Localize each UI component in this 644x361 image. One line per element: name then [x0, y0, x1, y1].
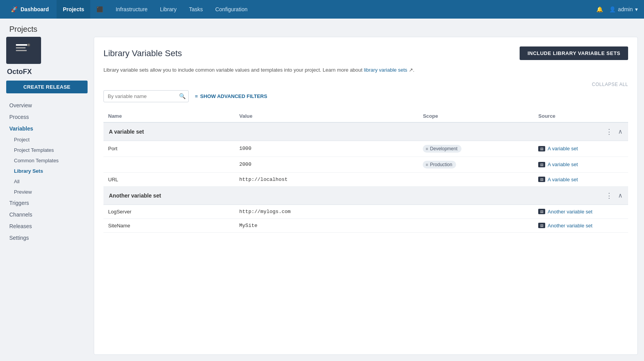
search-icon: 🔍: [179, 93, 186, 99]
nav-item-tasks[interactable]: Tasks: [183, 0, 209, 19]
sidebar-item-project-templates[interactable]: Project Templates: [6, 145, 88, 155]
var-name-empty: [103, 156, 235, 172]
source-cell-2: ▤ A variable set: [538, 162, 623, 167]
var-name-sitename: SiteName: [103, 218, 235, 232]
group-menu-button-b[interactable]: ⋮: [603, 191, 615, 201]
group-collapse-button-a[interactable]: ∧: [618, 128, 623, 135]
nav-item-icon[interactable]: ⬛: [90, 0, 109, 19]
nav-item-projects[interactable]: Projects: [57, 0, 90, 19]
var-name-port: Port: [103, 141, 235, 156]
user-dropdown-icon: ▾: [635, 6, 638, 12]
table-row: SiteName MySite ▤ Another variable set: [103, 218, 628, 232]
include-library-variable-sets-button[interactable]: INCLUDE LIBRARY VARIABLE SETS: [520, 46, 628, 60]
collapse-all-button[interactable]: COLLAPSE ALL: [592, 82, 628, 87]
col-header-value: Value: [235, 110, 418, 122]
group-row-inner: A variable set ⋮ ∧: [109, 127, 623, 137]
section-title: Library Variable Sets: [103, 48, 182, 58]
col-header-scope: Scope: [418, 110, 534, 122]
var-scope-url: [418, 172, 534, 186]
var-source-b-2: ▤ Another variable set: [534, 218, 628, 232]
sidebar-item-all[interactable]: All: [6, 176, 88, 187]
filter-row: 🔍 ≡ SHOW ADVANCED FILTERS: [103, 90, 628, 102]
var-value-sitename: MySite: [235, 218, 418, 232]
bell-icon: 🔔: [596, 6, 603, 12]
table-row: 2000 ≡ Production ▤: [103, 156, 628, 172]
var-source-b-1: ▤ Another variable set: [534, 205, 628, 218]
sidebar-item-triggers[interactable]: Triggers: [6, 197, 88, 209]
scope-icon-2: ≡: [425, 162, 428, 167]
main-panel: Library Variable Sets INCLUDE LIBRARY VA…: [94, 37, 638, 355]
sidebar-item-releases[interactable]: Releases: [6, 220, 88, 232]
page-wrapper: Projects OctoFX CREATE RELE: [0, 19, 644, 361]
source-cell: ▤ A variable set: [538, 146, 623, 151]
filter-icon: ≡: [195, 93, 198, 99]
library-variable-sets-link[interactable]: library variable sets: [364, 67, 407, 73]
description-text: Library variable sets allow you to inclu…: [103, 66, 628, 74]
sidebar-item-variables[interactable]: Variables: [6, 123, 88, 134]
sidebar: OctoFX CREATE RELEASE Overview Process V…: [6, 37, 88, 355]
sidebar-item-process[interactable]: Process: [6, 111, 88, 123]
var-scope-production: ≡ Production: [418, 156, 534, 172]
sidebar-item-common-templates[interactable]: Common Templates: [6, 155, 88, 166]
sidebar-item-project[interactable]: Project: [6, 134, 88, 145]
group-row-a-variable-set: A variable set ⋮ ∧: [103, 122, 628, 141]
scope-icon: ≡: [425, 146, 428, 151]
source-link-a-variable-set-3[interactable]: A variable set: [548, 177, 578, 182]
sidebar-item-library-sets[interactable]: Library Sets: [6, 166, 88, 176]
var-name-url: URL: [103, 172, 235, 186]
col-header-name: Name: [103, 110, 235, 122]
user-avatar-icon: 👤: [609, 6, 616, 12]
source-icon-4: ▤: [538, 209, 545, 214]
sidebar-item-preview[interactable]: Preview: [6, 187, 88, 197]
search-icon-button[interactable]: 🔍: [179, 93, 186, 99]
search-wrapper: 🔍: [103, 90, 189, 102]
group-menu-button-a[interactable]: ⋮: [603, 127, 615, 137]
var-scope-development: ≡ Development: [418, 141, 534, 156]
source-link-another-variable-set-1[interactable]: Another variable set: [548, 209, 592, 215]
content-area: OctoFX CREATE RELEASE Overview Process V…: [0, 37, 644, 361]
svg-rect-1: [16, 44, 28, 46]
nav-item-infrastructure[interactable]: Infrastructure: [109, 0, 153, 19]
source-link-a-variable-set-1[interactable]: A variable set: [548, 146, 578, 151]
nav-brand[interactable]: 🚀 Dashboard: [6, 6, 53, 12]
var-name-logserver: LogServer: [103, 205, 235, 218]
svg-rect-0: [14, 41, 33, 57]
variables-table: Name Value Scope Source A variable set: [103, 110, 628, 233]
brand-icon: 🚀: [11, 6, 17, 12]
var-value-logserver: http://mylogs.com: [235, 205, 418, 218]
var-value-1000: 1000: [235, 141, 418, 156]
page-title: Projects: [0, 19, 644, 37]
sidebar-item-overview[interactable]: Overview: [6, 100, 88, 111]
source-link-a-variable-set-2[interactable]: A variable set: [548, 162, 578, 167]
svg-rect-3: [16, 50, 27, 51]
var-value-url: http://localhost: [235, 172, 418, 186]
project-name: OctoFX: [6, 68, 88, 76]
sidebar-item-channels[interactable]: Channels: [6, 209, 88, 220]
source-icon: ▤: [538, 146, 545, 151]
source-cell-4: ▤ Another variable set: [538, 209, 623, 215]
notification-bell[interactable]: 🔔: [596, 6, 603, 12]
brand-label: Dashboard: [21, 6, 49, 12]
var-value-2000: 2000: [235, 156, 418, 172]
source-link-another-variable-set-2[interactable]: Another variable set: [548, 223, 592, 229]
top-navigation: 🚀 Dashboard Projects ⬛ Infrastructure Li…: [0, 0, 644, 19]
var-source-a-2: ▤ A variable set: [534, 156, 628, 172]
advanced-filters-button[interactable]: ≡ SHOW ADVANCED FILTERS: [195, 93, 267, 99]
user-menu[interactable]: 👤 admin ▾: [609, 6, 638, 12]
source-icon-5: ▤: [538, 223, 545, 228]
source-icon-2: ▤: [538, 162, 545, 167]
group-actions: ⋮ ∧: [603, 127, 623, 137]
username-label: admin: [618, 6, 633, 12]
source-cell-5: ▤ Another variable set: [538, 223, 623, 229]
sidebar-navigation: Overview Process Variables Project Proje…: [6, 100, 88, 244]
create-release-button[interactable]: CREATE RELEASE: [6, 81, 88, 93]
group-collapse-button-b[interactable]: ∧: [618, 192, 623, 199]
nav-right: 🔔 👤 admin ▾: [596, 6, 638, 12]
var-scope-logserver: [418, 205, 534, 218]
group-name-another-variable-set: Another variable set: [109, 193, 161, 199]
nav-item-library[interactable]: Library: [154, 0, 183, 19]
search-input[interactable]: [103, 90, 189, 102]
nav-item-configuration[interactable]: Configuration: [209, 0, 253, 19]
table-row: Port 1000 ≡ Development ▤: [103, 141, 628, 156]
sidebar-item-settings[interactable]: Settings: [6, 232, 88, 244]
